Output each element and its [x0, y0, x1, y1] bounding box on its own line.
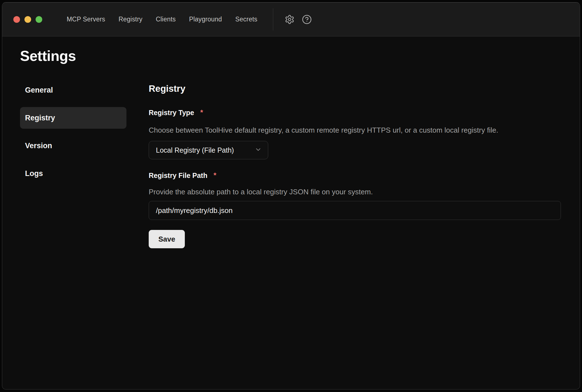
app-window: MCP Servers Registry Clients Playground … — [2, 2, 580, 389]
registry-type-select[interactable]: Local Registry (File Path) — [149, 141, 268, 159]
close-window-button[interactable] — [13, 16, 20, 23]
gear-icon — [285, 14, 295, 24]
section-title: Registry — [149, 83, 561, 94]
registry-settings-pane: Registry Registry Type * Choose between … — [149, 79, 561, 248]
registry-type-description: Choose between ToolHive default registry… — [149, 125, 561, 135]
sidebar-item-version[interactable]: Version — [20, 135, 126, 157]
registry-file-path-field: Registry File Path * Provide the absolut… — [149, 171, 561, 220]
help-icon — [302, 14, 312, 24]
registry-file-path-label: Registry File Path — [149, 171, 207, 180]
registry-type-field: Registry Type * Choose between ToolHive … — [149, 108, 561, 159]
save-button[interactable]: Save — [149, 230, 185, 248]
nav-item-mcp-servers[interactable]: MCP Servers — [67, 16, 105, 23]
sidebar-item-logs[interactable]: Logs — [20, 163, 126, 184]
chevron-down-icon — [255, 146, 262, 154]
required-asterisk: * — [200, 108, 203, 116]
settings-sidebar: General Registry Version Logs — [20, 79, 126, 248]
titlebar: MCP Servers Registry Clients Playground … — [2, 3, 580, 36]
registry-file-path-input[interactable] — [149, 201, 561, 220]
settings-layout: General Registry Version Logs Registry R… — [20, 79, 562, 248]
registry-type-label: Registry Type — [149, 108, 194, 117]
registry-file-path-description: Provide the absolute path to a local reg… — [149, 187, 561, 197]
page-title: Settings — [20, 47, 562, 65]
window-controls — [13, 16, 42, 23]
help-button[interactable] — [298, 11, 315, 28]
titlebar-divider — [273, 8, 273, 31]
sidebar-item-general[interactable]: General — [20, 79, 126, 101]
nav-item-playground[interactable]: Playground — [189, 16, 222, 23]
main-nav: MCP Servers Registry Clients Playground … — [67, 16, 257, 23]
settings-button[interactable] — [281, 11, 298, 28]
registry-type-selected-value: Local Registry (File Path) — [156, 146, 234, 154]
nav-item-secrets[interactable]: Secrets — [235, 16, 257, 23]
settings-page: Settings General Registry Version Logs R… — [2, 36, 580, 389]
nav-item-clients[interactable]: Clients — [156, 16, 176, 23]
sidebar-item-registry[interactable]: Registry — [20, 107, 126, 129]
nav-item-registry[interactable]: Registry — [119, 16, 143, 23]
required-asterisk: * — [213, 171, 216, 179]
zoom-window-button[interactable] — [36, 16, 42, 23]
minimize-window-button[interactable] — [24, 16, 31, 23]
